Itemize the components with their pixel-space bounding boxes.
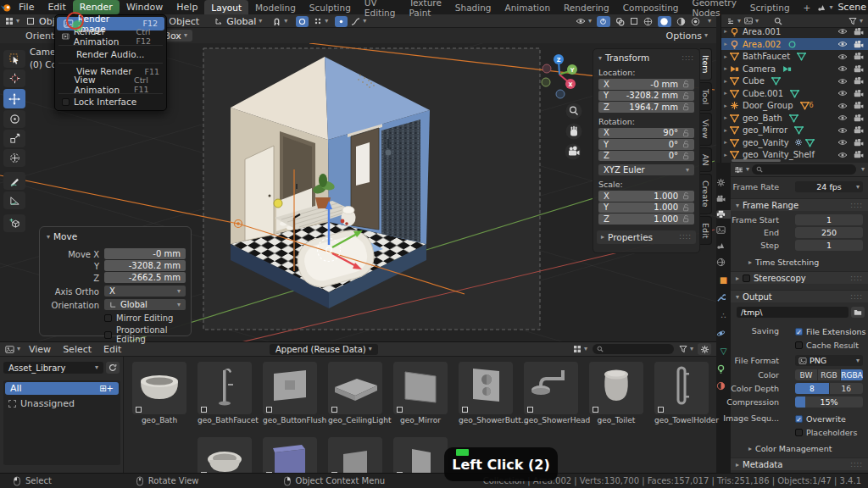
frame-rate-dropdown[interactable]: 24 fps▾ bbox=[795, 181, 863, 192]
lock-icon[interactable] bbox=[682, 152, 689, 160]
disable-render-icon[interactable] bbox=[854, 28, 864, 36]
cache-result-row[interactable]: Cache Result bbox=[795, 339, 859, 351]
asset-item-geo-buttonflush[interactable]: geo_ButtonFlush bbox=[263, 362, 317, 424]
scale-tool[interactable] bbox=[3, 130, 25, 147]
hide-eye-icon[interactable] bbox=[837, 139, 848, 146]
render-tab-icon[interactable] bbox=[716, 195, 731, 202]
lock-icon[interactable] bbox=[682, 129, 689, 137]
n-tab-tool[interactable]: Tool bbox=[700, 82, 712, 111]
n-tab-create[interactable]: Create bbox=[700, 174, 712, 214]
disable-render-icon[interactable] bbox=[854, 151, 864, 158]
n-tab-item[interactable]: Item bbox=[700, 48, 712, 80]
disable-render-icon[interactable] bbox=[854, 77, 864, 85]
disable-render-icon[interactable] bbox=[854, 53, 864, 60]
world-tab-icon[interactable] bbox=[716, 258, 731, 267]
snap-target-icon[interactable] bbox=[314, 17, 322, 25]
compression-slider[interactable]: 15% bbox=[795, 396, 863, 408]
n-tab-view[interactable]: View bbox=[700, 113, 712, 146]
workspace-tab-rendering[interactable]: Rendering bbox=[557, 0, 616, 14]
falloff-curve-icon[interactable] bbox=[351, 18, 360, 25]
cursor-tool[interactable] bbox=[3, 69, 25, 87]
hide-eye-icon[interactable] bbox=[837, 114, 848, 121]
outliner-row-area-001[interactable]: ▸ Area.001 bbox=[721, 28, 868, 37]
scale-z-field[interactable]: Z1.000 bbox=[598, 214, 694, 225]
lock-icon[interactable] bbox=[682, 140, 689, 148]
menu-file[interactable]: File bbox=[12, 0, 41, 14]
asset-search-input[interactable] bbox=[593, 344, 674, 354]
time-stretching-subpanel[interactable]: ▸Time Stretching bbox=[748, 256, 819, 268]
outliner-search-icon[interactable] bbox=[774, 17, 782, 25]
n-tab-edit[interactable]: Edit bbox=[700, 216, 712, 245]
tool-tab-icon[interactable] bbox=[716, 178, 731, 187]
zoom-button[interactable] bbox=[566, 103, 582, 119]
file-extensions-checkbox[interactable]: ✓ bbox=[795, 328, 803, 336]
xray-toggle-icon[interactable] bbox=[630, 17, 638, 25]
axis-neg-y-ball[interactable] bbox=[542, 78, 550, 86]
axis-neg-x-ball[interactable] bbox=[542, 64, 551, 73]
scale-x-field[interactable]: X1.000 bbox=[598, 191, 694, 202]
axis-ortho-dropdown[interactable]: X▾ bbox=[104, 286, 186, 297]
color-management-subpanel[interactable]: ▸Color Management bbox=[748, 442, 832, 454]
workspace-tab-shading[interactable]: Shading bbox=[448, 0, 498, 14]
menu-item-lock-interface[interactable]: Lock Interface bbox=[55, 96, 166, 109]
workspace-tab-uv-editing[interactable]: UV Editing bbox=[358, 0, 403, 14]
metadata-panel-header[interactable]: ▸Metadata:::: bbox=[731, 458, 868, 470]
physics-tab-icon[interactable] bbox=[716, 329, 731, 338]
measure-tool[interactable] bbox=[3, 191, 25, 209]
hide-eye-icon[interactable] bbox=[837, 28, 848, 35]
panel-grip[interactable]: :::: bbox=[682, 54, 694, 62]
properties-filter-caret[interactable]: ▾ bbox=[861, 166, 865, 173]
asset-view-menu[interactable]: View bbox=[29, 344, 51, 355]
properties-search-input[interactable] bbox=[752, 164, 856, 175]
light-data-tab-icon[interactable] bbox=[716, 364, 731, 374]
outliner-row-geo-mirror[interactable]: ▸ geo_Mirror bbox=[721, 125, 868, 136]
annotate-tool[interactable] bbox=[3, 172, 25, 190]
select-box-tool[interactable] bbox=[3, 50, 25, 68]
frame-end-field[interactable]: 250 bbox=[795, 227, 863, 238]
output-tab-icon[interactable] bbox=[716, 210, 731, 219]
gizmos-toggle-icon[interactable] bbox=[597, 16, 610, 27]
shading-dropdown-caret[interactable]: ▾ bbox=[708, 18, 711, 25]
lock-interface-checkbox[interactable] bbox=[62, 98, 70, 106]
workspace-tab-layout[interactable]: Layout bbox=[204, 0, 248, 14]
lock-icon[interactable] bbox=[682, 103, 689, 111]
editor-type-icon[interactable]: ▾ bbox=[5, 17, 19, 25]
outliner-filter-icon[interactable]: ▾ bbox=[849, 17, 863, 25]
outliner-row-area-002[interactable]: ▸ Area.002 bbox=[721, 38, 868, 50]
disable-render-icon[interactable] bbox=[854, 139, 864, 147]
output-panel-header[interactable]: ▾Output:::: bbox=[731, 290, 868, 302]
display-grid-icon[interactable]: ▾ bbox=[573, 345, 587, 353]
workspace-tab-animation[interactable]: Animation bbox=[498, 0, 558, 14]
depth-8-button[interactable]: 8 bbox=[795, 383, 829, 394]
asset-item-geo-bathfaucet[interactable]: geo_BathFaucet bbox=[198, 362, 252, 424]
rotation-x-field[interactable]: X90° bbox=[598, 128, 694, 139]
workspace-tab-compositing[interactable]: Compositing bbox=[616, 0, 686, 14]
hide-eye-icon[interactable] bbox=[837, 103, 848, 109]
scene-name[interactable]: Scene bbox=[837, 2, 866, 13]
snap-magnet-icon[interactable] bbox=[272, 17, 281, 26]
hide-eye-icon[interactable] bbox=[837, 127, 848, 134]
location-x-field[interactable]: X-0 mm bbox=[598, 79, 694, 90]
outliner-row-geo-bath[interactable]: ▸ geo_Bath bbox=[721, 112, 868, 124]
proportional-editing-checkbox[interactable] bbox=[104, 331, 112, 339]
stereoscopy-panel-header[interactable]: ▸ Stereoscopy:::: bbox=[731, 271, 868, 284]
placeholders-checkbox[interactable] bbox=[795, 429, 803, 436]
color-rgba-button[interactable]: RGBA bbox=[841, 369, 863, 380]
rotation-y-field[interactable]: Y0° bbox=[598, 139, 694, 150]
asset-item-geo-towelholder[interactable]: geo_TowelHolder bbox=[654, 362, 709, 424]
scene-tab-icon[interactable] bbox=[716, 241, 731, 250]
asset-filter-icon[interactable]: ▾ bbox=[679, 345, 693, 353]
asset-edit-menu[interactable]: Edit bbox=[103, 344, 121, 355]
rotation-mode-dropdown[interactable]: XYZ Euler▾ bbox=[598, 164, 694, 175]
transform-tool[interactable] bbox=[3, 149, 25, 167]
outliner-display-mode-icon[interactable]: ▾ bbox=[726, 17, 741, 25]
disable-render-icon[interactable] bbox=[854, 65, 864, 73]
open-folder-button[interactable] bbox=[851, 307, 865, 318]
menu-item-render-audio[interactable]: Render Audio... bbox=[55, 47, 166, 61]
menu-item-render-animation[interactable]: Render AnimationCtrl F12 bbox=[55, 30, 166, 44]
shading-material-icon[interactable] bbox=[676, 17, 686, 26]
frame-step-field[interactable]: 1 bbox=[795, 240, 863, 251]
lock-icon[interactable] bbox=[682, 191, 689, 200]
menu-help[interactable]: Help bbox=[170, 0, 204, 14]
frame-start-field[interactable]: 1 bbox=[795, 214, 863, 225]
